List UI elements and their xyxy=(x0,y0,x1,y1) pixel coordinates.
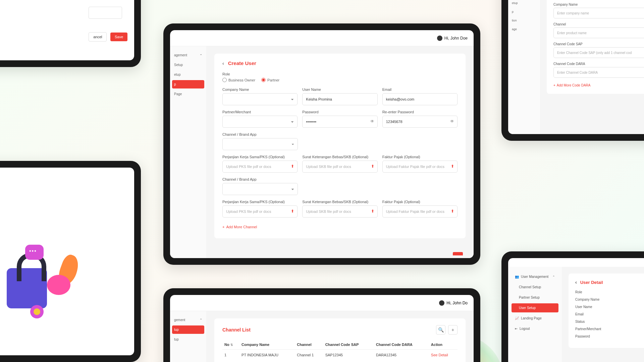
chevron-up-icon: ⌃ xyxy=(552,275,555,279)
detail-label: Partner/Merchant xyxy=(575,327,644,331)
tablet-illustration xyxy=(0,161,141,362)
channel-label: Channel xyxy=(553,22,644,26)
tablet-user-detail: 👥User Management⌃ Channel Setup Partner … xyxy=(501,251,644,362)
sidebar-item[interactable]: age xyxy=(510,25,538,33)
reenter-password-input[interactable] xyxy=(382,116,458,128)
sidebar-item-logout[interactable]: ⇤Logout xyxy=(512,324,558,333)
eye-off-icon[interactable]: 👁 xyxy=(370,119,374,124)
sidebar-item[interactable]: agement⌃ xyxy=(172,51,204,59)
detail-label: Email xyxy=(575,312,644,316)
tablet-register-channel: agement⌃ etup etup p tion age ‹ Register… xyxy=(501,0,644,141)
chevron-up-icon: ⌃ xyxy=(200,318,202,322)
col-company: Company Name xyxy=(239,340,295,350)
text-input[interactable] xyxy=(89,7,122,19)
username-label: User Name xyxy=(302,87,377,92)
channel-brand-label: Channel / Brand App xyxy=(222,132,298,136)
upload-icon[interactable]: ⬆ xyxy=(371,209,374,214)
sidebar-item-user-management[interactable]: 👥User Management⌃ xyxy=(512,272,558,281)
sidebar-item[interactable]: gement⌃ xyxy=(172,316,204,324)
see-detail-link[interactable]: See Detail xyxy=(431,353,448,357)
company-name-label: Company Name xyxy=(222,87,298,92)
sidebar-item[interactable]: Page xyxy=(172,90,204,98)
username-input[interactable] xyxy=(302,93,377,105)
sidebar: 👥User Management⌃ Channel Setup Partner … xyxy=(508,267,562,362)
pks-upload-2[interactable] xyxy=(222,205,298,218)
add-more-code-button[interactable]: +Add More Code DARA xyxy=(553,83,590,87)
upload-icon[interactable]: ⬆ xyxy=(371,164,374,169)
sidebar-item[interactable]: tion xyxy=(510,17,538,24)
sidebar-item-partner-setup[interactable]: Partner Setup xyxy=(512,293,558,302)
detail-label: User Name xyxy=(575,305,644,309)
sidebar-item-landing-page[interactable]: 📈Landing Page xyxy=(512,314,558,323)
code-sap-label: Channel Code SAP xyxy=(553,42,644,46)
detail-label: Password xyxy=(575,335,644,338)
channel-input[interactable] xyxy=(553,27,644,38)
detail-label: Role xyxy=(575,290,644,294)
sidebar-item[interactable]: p xyxy=(510,8,538,15)
logout-icon: ⇤ xyxy=(515,327,518,330)
tablet-create-user: Hi, John Doe agement⌃ Setup etup p Page … xyxy=(163,23,480,265)
col-no[interactable]: No⇅ xyxy=(222,340,239,350)
upload-icon[interactable]: ⬆ xyxy=(291,209,294,214)
page-title: Create User xyxy=(228,60,256,66)
radio-partner[interactable]: Partner xyxy=(261,78,279,82)
add-more-channel-button[interactable]: +Add More Channel xyxy=(222,222,257,232)
email-label: Email xyxy=(382,87,458,92)
avatar-icon xyxy=(437,36,442,41)
back-icon[interactable]: ‹ xyxy=(222,61,224,66)
sidebar-item-user-setup[interactable]: User Setup xyxy=(512,303,558,312)
code-dara-input[interactable] xyxy=(553,67,644,78)
col-sap: Channel Code SAP xyxy=(323,340,374,350)
eye-icon[interactable]: 👁 xyxy=(450,119,454,124)
pks-upload[interactable] xyxy=(222,161,298,173)
page-title: User Detail xyxy=(580,280,603,285)
partner-merchant-select[interactable] xyxy=(222,116,298,128)
sidebar: agement⌃ Setup etup p Page xyxy=(170,46,206,258)
plus-icon: + xyxy=(553,83,555,87)
role-label: Role xyxy=(222,72,458,76)
channel-brand-select[interactable] xyxy=(222,138,298,150)
channel-brand-label-2: Channel / Brand App xyxy=(222,177,298,181)
submit-button-peek[interactable] xyxy=(453,252,463,255)
sidebar-item[interactable]: etup xyxy=(510,0,538,7)
email-input[interactable] xyxy=(382,93,458,105)
radio-business-owner[interactable]: Business Owner xyxy=(222,78,255,82)
detail-label: Company Name xyxy=(575,298,644,301)
code-sap-input[interactable] xyxy=(553,47,644,58)
skb-label: Surat Keterangan Bebas/SKB (Optional) xyxy=(302,155,377,159)
cancel-button[interactable]: ancel xyxy=(89,32,107,42)
save-button[interactable]: Save xyxy=(110,33,127,41)
greeting-text: Hi, John Do xyxy=(446,301,468,305)
back-icon[interactable]: ‹ xyxy=(575,280,577,285)
col-dara: Channel Code DARA xyxy=(374,340,429,350)
security-illustration xyxy=(0,208,94,335)
upload-icon[interactable]: ⬆ xyxy=(451,164,454,169)
sidebar-item[interactable]: Setup xyxy=(172,61,204,69)
app-header: Hi, John Do xyxy=(170,295,474,311)
faktur-upload-2[interactable] xyxy=(382,205,458,218)
faktur-upload[interactable] xyxy=(382,161,458,173)
add-button[interactable]: + xyxy=(448,325,458,335)
company-name-input[interactable] xyxy=(553,8,644,18)
avatar-icon xyxy=(439,300,444,306)
col-action: Action xyxy=(429,340,458,350)
upload-icon[interactable]: ⬆ xyxy=(451,209,454,214)
upload-icon[interactable]: ⬆ xyxy=(291,164,294,169)
sidebar-item-channel-setup[interactable]: Channel Setup xyxy=(512,283,558,292)
sidebar-item-active[interactable]: tup xyxy=(172,325,204,334)
sidebar-item[interactable]: tup xyxy=(172,335,204,344)
company-name-select[interactable] xyxy=(222,93,298,105)
plus-icon: + xyxy=(222,225,224,229)
search-icon[interactable]: 🔍 xyxy=(436,325,445,335)
skb-upload-2[interactable] xyxy=(302,205,377,218)
partner-merchant-label: Partner/Merchant xyxy=(222,110,298,114)
tablet-top-left: ancel Save xyxy=(0,0,141,67)
sidebar-item[interactable]: etup xyxy=(172,70,204,79)
password-label: Password xyxy=(302,110,377,114)
skb-upload[interactable] xyxy=(302,161,377,173)
sidebar: gement⌃ tup tup xyxy=(170,311,206,362)
faktur-label-2: Faktur Pajak (Optional) xyxy=(382,200,458,204)
password-input[interactable] xyxy=(302,116,377,128)
channel-brand-select-2[interactable] xyxy=(222,183,298,195)
sidebar-item-active[interactable]: p xyxy=(172,80,204,88)
